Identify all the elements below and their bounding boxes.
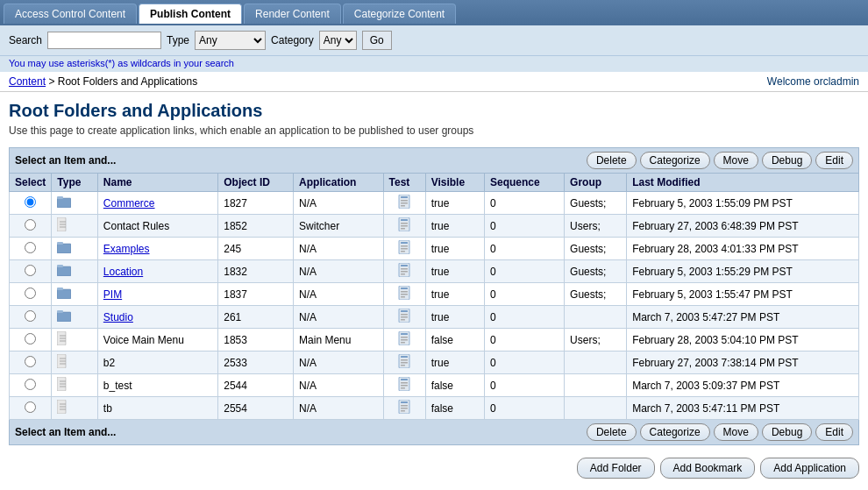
- row-sequence: 0: [484, 397, 564, 420]
- categorize-button[interactable]: Categorize: [640, 152, 710, 169]
- test-icon[interactable]: [398, 267, 410, 280]
- row-radio-1[interactable]: [25, 219, 36, 231]
- test-icon[interactable]: [398, 336, 410, 348]
- col-select: Select: [10, 174, 52, 192]
- test-icon[interactable]: [398, 199, 410, 211]
- test-icon[interactable]: [398, 404, 410, 416]
- debug-button[interactable]: Debug: [762, 152, 812, 169]
- svg-rect-29: [401, 273, 405, 275]
- row-application: N/A: [294, 260, 383, 283]
- tab-render-content[interactable]: Render Content: [244, 4, 341, 24]
- row-name-link[interactable]: Studio: [103, 311, 133, 323]
- row-radio-3[interactable]: [25, 265, 36, 276]
- test-icon[interactable]: [398, 359, 410, 371]
- doc-icon: [57, 381, 68, 394]
- svg-rect-61: [401, 365, 405, 366]
- row-application: Switcher: [294, 215, 383, 238]
- delete-button[interactable]: Delete: [587, 423, 637, 441]
- row-visible: true: [425, 352, 484, 374]
- col-sequence: Sequence: [484, 174, 564, 192]
- table-row: Studio261N/Atrue0March 7, 2003 5:47:27 P…: [10, 306, 859, 329]
- row-group: Guests;: [565, 192, 627, 215]
- test-icon[interactable]: [398, 290, 410, 302]
- svg-rect-20: [401, 245, 408, 247]
- search-bar: Search Type AnyFolderApplicationBookmark…: [0, 25, 868, 56]
- svg-rect-12: [401, 219, 408, 221]
- svg-rect-41: [401, 314, 408, 316]
- svg-rect-28: [401, 271, 408, 273]
- row-sequence: 0: [484, 329, 564, 352]
- edit-button[interactable]: Edit: [815, 423, 853, 441]
- row-radio-2[interactable]: [25, 242, 36, 253]
- row-name-link[interactable]: Location: [103, 266, 143, 278]
- tab-publish-content[interactable]: Publish Content: [139, 4, 242, 24]
- row-application: N/A: [294, 374, 383, 397]
- tabs-bar: Access Control ContentPublish ContentRen…: [0, 0, 868, 25]
- row-radio-4[interactable]: [25, 288, 36, 299]
- breadcrumb-content-link[interactable]: Content: [9, 75, 46, 88]
- add-application-button[interactable]: Add Application: [760, 458, 859, 479]
- row-object-id: 245: [218, 238, 294, 260]
- svg-rect-77: [401, 405, 408, 407]
- test-icon[interactable]: [398, 222, 410, 234]
- row-application: N/A: [294, 352, 383, 374]
- svg-rect-60: [401, 362, 408, 364]
- svg-rect-58: [401, 356, 408, 358]
- edit-button[interactable]: Edit: [815, 152, 853, 169]
- test-icon[interactable]: [398, 381, 410, 394]
- row-radio-8[interactable]: [25, 379, 36, 390]
- row-sequence: 0: [484, 215, 564, 238]
- svg-rect-33: [401, 288, 408, 289]
- table-row: b_test2544N/Afalse0March 7, 2003 5:09:37…: [10, 374, 859, 397]
- search-input[interactable]: [47, 32, 161, 49]
- row-group: [565, 306, 627, 329]
- row-last-modified: February 28, 2003 5:04:10 PM PST: [627, 329, 859, 352]
- row-object-id: 2533: [218, 352, 294, 374]
- type-label: Type: [167, 34, 189, 46]
- welcome-text: Welcome orcladmin: [767, 75, 859, 88]
- tab-categorize-content[interactable]: Categorize Content: [343, 4, 456, 24]
- row-name-link[interactable]: Commerce: [103, 197, 155, 209]
- row-name-link[interactable]: Examples: [103, 243, 150, 255]
- category-select[interactable]: Any: [319, 31, 357, 50]
- go-button[interactable]: Go: [362, 31, 392, 50]
- row-radio-7[interactable]: [25, 356, 36, 367]
- data-table: Select Type Name Object ID Application T…: [9, 173, 859, 420]
- row-last-modified: February 27, 2003 6:48:39 PM PST: [627, 215, 859, 238]
- col-group: Group: [565, 174, 627, 192]
- test-icon[interactable]: [398, 313, 410, 325]
- row-name-link[interactable]: PIM: [103, 288, 122, 301]
- page-title-area: Root Folders and Applications Use this p…: [0, 92, 868, 140]
- debug-button[interactable]: Debug: [762, 423, 812, 441]
- row-application: N/A: [294, 192, 383, 215]
- move-button[interactable]: Move: [714, 152, 758, 169]
- add-folder-button[interactable]: Add Folder: [577, 458, 655, 479]
- svg-rect-43: [401, 319, 405, 321]
- move-button[interactable]: Move: [714, 423, 758, 441]
- breadcrumb-path: Content > Root Folders and Applications: [9, 75, 197, 88]
- add-bookmark-button[interactable]: Add Bookmark: [660, 458, 756, 479]
- row-last-modified: February 28, 2003 4:01:33 PM PST: [627, 238, 859, 260]
- row-group: Users;: [565, 215, 627, 238]
- delete-button[interactable]: Delete: [587, 152, 637, 169]
- svg-rect-23: [57, 266, 71, 276]
- row-sequence: 0: [484, 192, 564, 215]
- row-object-id: 1827: [218, 192, 294, 215]
- row-radio-0[interactable]: [25, 196, 36, 208]
- svg-rect-50: [401, 337, 408, 338]
- row-object-id: 1853: [218, 329, 294, 352]
- row-last-modified: February 5, 2003 1:55:09 PM PST: [627, 192, 859, 215]
- row-radio-9[interactable]: [25, 401, 36, 413]
- tab-access-control[interactable]: Access Control Content: [4, 4, 137, 24]
- row-radio-5[interactable]: [25, 310, 36, 322]
- row-radio-6[interactable]: [25, 333, 36, 344]
- svg-rect-6: [401, 205, 405, 207]
- type-select[interactable]: AnyFolderApplicationBookmark: [195, 31, 266, 50]
- svg-rect-13: [401, 223, 408, 224]
- row-name: b2: [97, 352, 217, 374]
- row-visible: true: [425, 306, 484, 329]
- categorize-button[interactable]: Categorize: [640, 423, 710, 441]
- svg-rect-49: [401, 333, 408, 335]
- test-icon[interactable]: [398, 245, 410, 257]
- svg-rect-3: [401, 196, 408, 198]
